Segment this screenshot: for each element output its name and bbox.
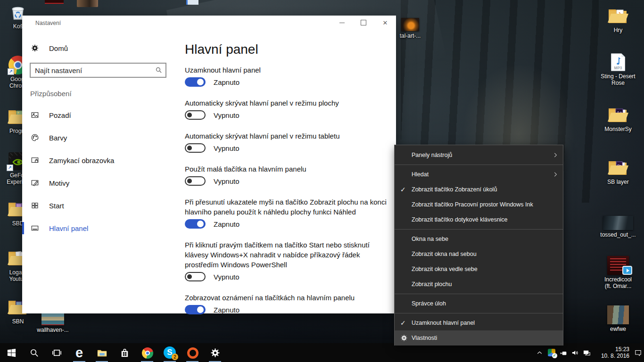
taskbar-button-file-explorer[interactable] <box>91 343 113 362</box>
search-input[interactable] <box>30 63 166 78</box>
settings-sidebar: Domů Přizpůsobení PozadíBarvyZamykací ob… <box>22 30 185 313</box>
minimize-icon <box>339 23 345 23</box>
menu-item[interactable]: Správce úloh <box>395 296 563 311</box>
menu-item-label: Zobrazit tlačítko Pracovní prostor Windo… <box>412 201 533 208</box>
page-title: Hlavní panel <box>185 41 398 58</box>
desktop-icon-mp3[interactable]: MP3Sting - Desert Rose <box>598 53 638 86</box>
menu-item-label: Okna na sebe <box>412 236 448 242</box>
menu-item[interactable]: Zobrazit okna vedle sebe <box>395 262 563 277</box>
partial-desktop-icon[interactable] <box>186 0 198 5</box>
taskbar-button-search[interactable] <box>23 343 45 362</box>
palette-icon <box>31 133 39 142</box>
gear-icon <box>400 334 408 342</box>
window-titlebar[interactable]: Nastavení ✕ <box>22 16 396 30</box>
taskbar-button-settings[interactable] <box>204 343 226 362</box>
sidebar-item-palette[interactable]: Barvy <box>22 131 185 145</box>
menu-item[interactable]: ✓Uzamknout hlavní panel <box>395 315 563 330</box>
toggle-switch[interactable] <box>185 272 206 281</box>
desktop-icon-thumb-ewfwe[interactable]: ewfwe <box>598 305 638 332</box>
menu-item-label: Zobrazit plochu <box>412 281 452 288</box>
settings-window: Nastavení ✕ Domů Přizpůsobení PozadíBarv… <box>22 16 396 313</box>
action-center-button[interactable] <box>632 343 644 362</box>
sidebar-item-startgrid[interactable]: Start <box>22 198 185 213</box>
desktop-icon-folder-ae[interactable]: AeMonsterSy <box>598 106 638 132</box>
search-icon[interactable] <box>155 66 163 74</box>
setting-label: Uzamknout hlavní panel <box>185 65 390 75</box>
taskbar-button-origin[interactable] <box>181 343 204 362</box>
task-view-icon <box>51 347 62 358</box>
partial-desktop-icon[interactable] <box>45 0 64 4</box>
checkmark-icon: ✓ <box>400 315 410 330</box>
setting-row: Při kliknutí pravým tlačítkem na tlačítk… <box>185 240 398 281</box>
search-box <box>30 63 166 78</box>
sidebar-item-home[interactable]: Domů <box>31 41 68 55</box>
menu-item-label: Zobrazit tlačítko Zobrazení úkolů <box>412 186 497 193</box>
gear-icon <box>31 44 39 52</box>
toggle-switch[interactable] <box>185 77 206 87</box>
start-icon <box>6 347 17 358</box>
menu-item[interactable]: Hledat <box>395 167 563 182</box>
taskbar-button-skype[interactable]: S2 <box>158 343 181 362</box>
network-icon <box>583 349 591 357</box>
setting-row: Automaticky skrývat hlavní panel v režim… <box>185 98 398 120</box>
toggle-state-label: Zapnuto <box>214 220 239 228</box>
desktop-icon-thumb-tossed[interactable]: tossed_out_... <box>598 211 638 238</box>
desktop-icon-label: Koš <box>13 23 23 30</box>
settings-list: Uzamknout hlavní panelZapnutoAutomaticky… <box>185 65 398 314</box>
setting-label: Při přesunutí ukazatele myši na tlačítko… <box>185 197 390 217</box>
setting-row: Při přesunutí ukazatele myši na tlačítko… <box>185 197 398 229</box>
toggle-state-label: Vypnuto <box>214 144 239 152</box>
sidebar-item-label: Barvy <box>49 134 67 142</box>
taskbar-icon <box>31 224 39 232</box>
setting-row: Automaticky skrývat hlavní panel v režim… <box>185 131 398 153</box>
taskbar-button-task-view[interactable] <box>45 343 68 362</box>
menu-item[interactable]: Panely nástrojů <box>395 148 563 163</box>
desktop-icon-video[interactable]: Incredicool (ft. Omar... <box>598 256 638 289</box>
tray-network-button[interactable] <box>581 343 593 362</box>
file-explorer-icon <box>97 347 107 358</box>
taskbar-button-chrome[interactable] <box>136 343 158 362</box>
minimize-button[interactable] <box>331 16 353 30</box>
desktop-icon-folder-hl[interactable]: λHry <box>598 7 638 33</box>
close-button[interactable]: ✕ <box>374 16 396 30</box>
menu-item[interactable]: Zobrazit tlačítko Pracovní prostor Windo… <box>395 197 563 212</box>
desktop-icon-label: SB layer <box>607 179 628 185</box>
skype-icon: S2 <box>164 346 176 359</box>
sidebar-item-image[interactable]: Pozadí <box>22 108 185 122</box>
tray-volume-button[interactable] <box>569 343 581 362</box>
tray-hidden-icons-button[interactable] <box>534 343 545 362</box>
menu-item[interactable]: Zobrazit tlačítko dotykové klávesnice <box>395 212 563 227</box>
mp3-icon: MP3 <box>610 53 626 72</box>
tray-google-drive-button[interactable]: ✓ <box>545 343 557 362</box>
taskbar-button-store[interactable] <box>113 343 136 362</box>
taskbar-button-start[interactable] <box>0 343 23 362</box>
menu-item[interactable]: ✓Zobrazit tlačítko Zobrazení úkolů <box>395 182 563 197</box>
home-label: Domů <box>49 44 68 52</box>
taskbar-button-edge[interactable]: e <box>68 343 91 362</box>
taskbar-clock[interactable]: 15:23 10. 8. 2016 <box>593 343 632 362</box>
toggle-switch[interactable] <box>185 143 206 153</box>
sidebar-item-themes[interactable]: Motivy <box>22 176 185 190</box>
toggle-switch[interactable] <box>185 110 206 120</box>
toggle-switch[interactable] <box>185 305 206 314</box>
desktop-icon-label: MonsterSy <box>604 126 631 132</box>
thumb-ewfwe-icon <box>607 305 629 324</box>
menu-item[interactable]: Okna na sebe <box>395 231 563 247</box>
taskbar-spacer <box>226 343 534 362</box>
startgrid-icon <box>31 201 39 210</box>
toggle-switch[interactable] <box>185 219 206 229</box>
menu-item-label: Hledat <box>412 171 429 178</box>
origin-icon <box>187 347 198 358</box>
tray-remove-hardware-button[interactable] <box>557 343 569 362</box>
sidebar-item-taskbar[interactable]: Hlavní panel <box>22 221 185 235</box>
desktop-icon-folder-pr[interactable]: PrSB layer <box>598 158 638 185</box>
menu-item[interactable]: Vlastnosti <box>395 330 563 346</box>
menu-item[interactable]: Zobrazit okna nad sebou <box>395 247 563 262</box>
toggle-switch[interactable] <box>185 176 206 186</box>
sidebar-item-lockscreen[interactable]: Zamykací obrazovka <box>22 153 185 167</box>
system-tray: ✓ <box>534 343 593 362</box>
maximize-button[interactable] <box>353 16 374 30</box>
partial-desktop-icon[interactable] <box>77 0 98 7</box>
chrome-icon <box>142 347 153 358</box>
menu-item[interactable]: Zobrazit plochu <box>395 277 563 292</box>
